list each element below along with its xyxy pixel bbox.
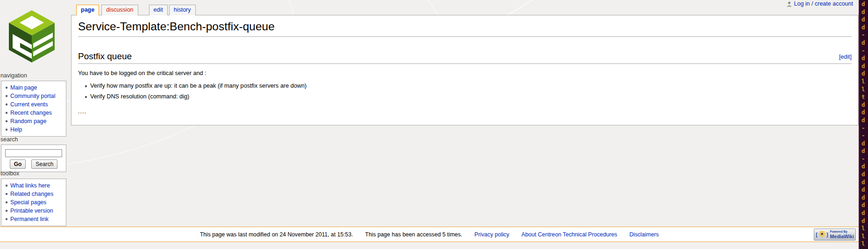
sidebar-item[interactable]: What links here	[6, 181, 65, 190]
sidebar-item-label[interactable]: Community portal	[10, 92, 55, 100]
portlet-navigation: navigation Main page Community portal	[0, 72, 70, 137]
square-bullet-icon	[6, 185, 7, 187]
terminal-char: d	[861, 217, 868, 225]
login-link[interactable]: Log in / create account	[794, 0, 853, 7]
navigation-heading: navigation	[0, 72, 70, 79]
terminal-char: d	[861, 109, 868, 117]
list-item: Verify how many postfix are up: it can b…	[85, 81, 852, 91]
terminal-char: l	[861, 240, 868, 248]
sidebar-item-label[interactable]: Current events	[10, 100, 48, 109]
terminal-char: d	[861, 194, 868, 202]
section-heading: Postfix queue	[78, 51, 132, 62]
badge-line1: Powered By	[830, 230, 854, 234]
sidebar-item[interactable]: Community portal	[6, 92, 65, 100]
terminal-char: d	[861, 62, 868, 70]
sidebar-item-label[interactable]: Random page	[10, 117, 46, 125]
sidebar-item-label[interactable]: Recent changes	[10, 109, 52, 117]
access-count-text: This page has been accessed 5 times.	[365, 231, 462, 238]
square-bullet-icon	[85, 96, 87, 98]
terminal-char: d	[861, 209, 868, 217]
terminal-char: d	[861, 201, 868, 209]
square-bullet-icon	[6, 104, 7, 105]
edit-section-link[interactable]: [edit]	[839, 54, 852, 60]
footer-link-privacy[interactable]: Privacy policy	[475, 231, 510, 238]
terminal-char: -	[861, 31, 868, 39]
terminal-char: d	[861, 55, 868, 62]
bracket-left: [	[816, 232, 818, 237]
terminal-char: d	[861, 24, 868, 32]
terminal-char: d	[861, 101, 868, 109]
terminal-char: d	[861, 8, 868, 16]
search-input[interactable]	[5, 149, 62, 157]
navigation-list: Main page Community portal Current event…	[1, 81, 66, 136]
square-bullet-icon	[6, 193, 7, 195]
sidebar-item-label[interactable]: What links here	[10, 181, 50, 190]
sidebar-item-label[interactable]: Related changes	[10, 190, 53, 198]
terminal-char: -	[861, 132, 868, 140]
page-title: Service-Template:Bench-postfix-queue	[78, 20, 852, 37]
sidebar-item-label[interactable]: Main page	[10, 83, 37, 92]
sidebar-item[interactable]: Permanent link	[6, 215, 65, 223]
footer: This page was last modified on 24 Novemb…	[0, 227, 859, 242]
sidebar-item-label[interactable]: Printable version	[10, 207, 53, 215]
terminal-char: l	[861, 233, 868, 241]
sidebar-item[interactable]: Related changes	[6, 190, 65, 198]
user-icon	[786, 1, 792, 7]
square-bullet-icon	[6, 218, 7, 220]
outro-text: ....	[78, 108, 852, 115]
centreon-logo[interactable]	[6, 9, 57, 63]
bullet-list: Verify how many postfix are up: it can b…	[78, 81, 852, 102]
sidebar-item[interactable]: Printable version	[6, 207, 65, 215]
search-button[interactable]: Search	[31, 159, 57, 169]
tab-bar: page discussion edit history	[76, 5, 196, 15]
list-item: Verify DNS resolution (command: dig)	[85, 91, 852, 102]
terminal-char: d	[861, 0, 868, 8]
list-item-text: Verify DNS resolution (command: dig)	[90, 91, 189, 102]
terminal-char: t	[861, 93, 868, 101]
tab-history[interactable]: history	[169, 5, 196, 15]
toolbox-list: What links here Related changes Special …	[1, 179, 66, 226]
login-area: Log in / create account	[786, 0, 853, 7]
square-bullet-icon	[85, 85, 87, 87]
terminal-char: d	[861, 171, 868, 179]
terminal-char: d	[861, 186, 868, 194]
terminal-char: l	[861, 225, 868, 233]
terminal-char: l	[861, 86, 868, 94]
sidebar-item[interactable]: Main page	[6, 83, 65, 92]
portlet-toolbox: toolbox What links here Related changes	[0, 170, 70, 226]
screen: Log in / create account navigation	[0, 0, 868, 249]
tab-page[interactable]: page	[76, 5, 99, 15]
content-box: Service-Template:Bench-postfix-queue [ed…	[71, 15, 859, 125]
sidebar-item-label[interactable]: Permanent link	[10, 215, 49, 223]
terminal-text-column: d d d d - d - d d d l l	[860, 0, 868, 248]
tab-edit[interactable]: edit	[149, 5, 168, 15]
list-item-text: Verify how many postfix are up: it can b…	[90, 81, 306, 91]
sidebar-item[interactable]: Random page	[6, 117, 65, 125]
sidebar-item-label[interactable]: Special pages	[10, 198, 46, 207]
toolbox-heading: toolbox	[0, 170, 70, 177]
mediawiki-badge[interactable]: [ ] Powered By MediaWiki	[814, 228, 856, 241]
last-modified-text: This page was last modified on 24 Novemb…	[200, 231, 353, 238]
sidebar-item[interactable]: Recent changes	[6, 109, 65, 117]
sidebar-item-label[interactable]: Help	[10, 125, 22, 134]
terminal-char: d	[861, 163, 868, 171]
square-bullet-icon	[6, 210, 7, 212]
sidebar-item[interactable]: Special pages	[6, 198, 65, 207]
tab-discussion[interactable]: discussion	[101, 5, 138, 15]
terminal-char: d	[861, 140, 868, 148]
sidebar-item[interactable]: Current events	[6, 100, 65, 109]
terminal-char: l	[861, 78, 868, 86]
intro-text: You have to be logged on the critical se…	[78, 70, 852, 76]
terminal-char: -	[861, 47, 868, 55]
footer-link-disclaimers[interactable]: Disclaimers	[629, 231, 659, 238]
footer-link-about[interactable]: About Centreon Technical Procedures	[521, 231, 617, 238]
go-button[interactable]: Go	[10, 159, 26, 169]
terminal-strip[interactable]: d d d d - d - d d d l l	[859, 0, 868, 249]
sidebar-item[interactable]: Help	[6, 125, 65, 134]
bracket-right: ]	[826, 232, 828, 237]
square-bullet-icon	[6, 120, 7, 122]
sunflower-icon	[818, 230, 825, 239]
badge-line2: MediaWiki	[830, 234, 854, 239]
square-bullet-icon	[6, 95, 7, 97]
section-heading-row: [edit] Postfix queue	[78, 51, 852, 64]
